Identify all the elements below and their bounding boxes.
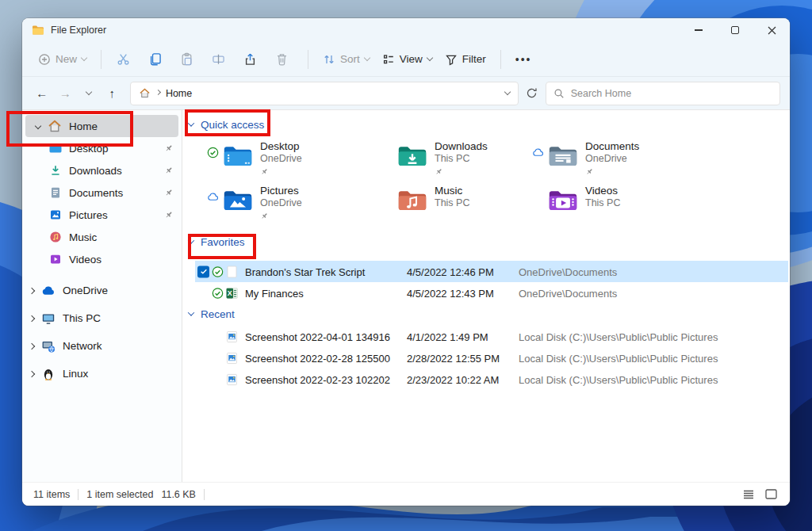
pin-icon — [164, 166, 174, 175]
address-dropdown-chevron[interactable] — [504, 89, 511, 95]
file-row-screenshot-2022-02-23[interactable]: Screenshot 2022-02-23 102202 2/23/2022 1… — [195, 369, 788, 390]
collapse-chevron-icon[interactable] — [22, 372, 41, 376]
pin-icon — [164, 210, 174, 220]
this-pc-monitor-icon — [41, 311, 56, 326]
row-checkbox[interactable] — [197, 266, 209, 277]
pin-icon — [260, 167, 269, 176]
sidebar-item-network[interactable]: Network — [22, 332, 182, 360]
share-button[interactable] — [236, 48, 263, 71]
view-label: View — [400, 53, 423, 65]
tile-name: Documents — [585, 140, 639, 153]
file-row-screenshot-2022-02-28[interactable]: Screenshot 2022-02-28 125500 2/28/2022 1… — [195, 347, 788, 369]
sidebar-item-label: Documents — [69, 187, 123, 199]
view-switcher — [741, 487, 779, 502]
cloud-badge-icon — [207, 191, 219, 203]
breadcrumb-separator — [155, 89, 161, 94]
refresh-button[interactable] — [522, 82, 542, 105]
recent-locations-button[interactable] — [79, 82, 98, 105]
file-name: Screenshot 2022-02-28 125500 — [245, 352, 390, 364]
back-button[interactable]: ← — [32, 82, 52, 105]
videos-folder-icon — [548, 188, 578, 212]
search-box[interactable] — [546, 82, 780, 105]
sidebar-item-linux[interactable]: Linux — [22, 360, 182, 388]
excel-file-icon: X — [225, 286, 239, 300]
filter-button[interactable]: Filter — [439, 48, 492, 71]
sidebar-item-music[interactable]: Music — [22, 226, 182, 248]
more-options-button[interactable]: ••• — [509, 48, 538, 71]
chevron-down-icon — [81, 55, 87, 61]
tile-location: OneDrive — [260, 153, 302, 165]
paste-icon — [180, 52, 193, 66]
tile-badge — [532, 184, 548, 223]
quick-access-tile-downloads[interactable]: Downloads This PC — [381, 139, 550, 179]
view-button[interactable]: View — [376, 48, 439, 71]
pin-icon — [164, 143, 174, 153]
tile-badge — [381, 184, 397, 223]
maximize-button[interactable] — [717, 18, 753, 42]
collapse-chevron-icon[interactable] — [22, 344, 41, 349]
sidebar-item-label: Home — [69, 120, 98, 132]
file-row-brandons-star-trek-script[interactable]: Brandon's Star Trek Script 4/5/2022 12:4… — [195, 261, 788, 282]
quick-access-tile-pictures[interactable]: Pictures OneDrive — [207, 184, 375, 223]
image-file-icon — [225, 330, 239, 343]
rename-icon — [212, 52, 225, 66]
forward-button[interactable]: → — [55, 82, 75, 105]
paste-button[interactable] — [173, 48, 200, 71]
sidebar-item-label: This PC — [63, 312, 101, 324]
quick-access-tile-videos[interactable]: Videos This PC — [532, 184, 700, 223]
sort-button[interactable]: Sort — [316, 48, 376, 71]
sidebar-item-onedrive[interactable]: OneDrive — [22, 277, 182, 304]
quick-access-tile-music[interactable]: Music This PC — [381, 184, 550, 223]
expand-chevron-icon[interactable] — [29, 124, 48, 128]
collapse-chevron-icon[interactable] — [22, 316, 41, 321]
minimize-button[interactable] — [680, 18, 717, 42]
sidebar-item-pictures[interactable]: Pictures — [22, 204, 182, 226]
sidebar-item-home[interactable]: Home — [25, 115, 178, 137]
new-button[interactable]: New — [32, 48, 93, 71]
tile-badge — [207, 139, 223, 179]
quick-access-tile-documents[interactable]: Documents OneDrive — [532, 139, 700, 179]
status-divider — [78, 489, 79, 500]
sidebar-item-downloads[interactable]: Downloads — [22, 159, 182, 181]
tile-name: Pictures — [260, 185, 302, 197]
toolbar-divider — [308, 50, 308, 69]
music-folder-icon — [397, 188, 427, 212]
section-label: Favorites — [201, 236, 245, 248]
quick-access-tile-desktop[interactable]: Desktop OneDrive — [207, 139, 375, 179]
section-header-favorites[interactable]: Favorites — [189, 234, 245, 250]
tile-location: This PC — [585, 197, 620, 209]
scissors-icon — [117, 52, 130, 66]
section-header-recent[interactable]: Recent — [189, 306, 235, 322]
copy-button[interactable] — [141, 48, 168, 71]
sidebar-item-documents[interactable]: Documents — [22, 181, 182, 204]
desktop-folder-icon — [223, 143, 253, 168]
breadcrumb-home[interactable]: Home — [166, 88, 192, 99]
sidebar-item-this-pc[interactable]: This PC — [22, 304, 182, 332]
delete-button[interactable] — [268, 48, 295, 71]
sidebar-item-desktop[interactable]: Desktop — [22, 137, 182, 159]
trash-icon — [275, 52, 289, 66]
up-button[interactable]: ↑ — [102, 82, 121, 105]
pictures-folder-icon — [223, 188, 253, 212]
sidebar-item-label: Downloads — [69, 165, 122, 177]
sidebar-item-videos[interactable]: Videos — [22, 248, 182, 270]
section-header-quick-access[interactable]: Quick access — [189, 117, 264, 132]
search-input[interactable] — [571, 88, 772, 99]
network-icon — [41, 339, 56, 353]
linux-tux-icon — [41, 367, 56, 381]
close-button[interactable] — [753, 18, 790, 42]
filter-funnel-icon — [445, 53, 458, 66]
file-row-my-finances[interactable]: X My Finances 4/5/2022 12:43 PM OneDrive… — [195, 282, 788, 304]
sidebar-item-label: Network — [63, 340, 102, 352]
home-icon — [48, 119, 62, 133]
rename-button[interactable] — [205, 48, 232, 71]
large-icons-view-button[interactable] — [763, 487, 779, 502]
file-row-screenshot-2022-04-01[interactable]: Screenshot 2022-04-01 134916 4/1/2022 1:… — [195, 326, 788, 347]
cut-button[interactable] — [109, 48, 136, 71]
address-bar[interactable]: Home — [130, 82, 519, 105]
details-view-button[interactable] — [741, 487, 756, 502]
minimize-icon — [695, 29, 703, 30]
close-icon — [768, 26, 776, 35]
pin-icon — [164, 188, 174, 197]
collapse-chevron-icon[interactable] — [22, 288, 41, 293]
